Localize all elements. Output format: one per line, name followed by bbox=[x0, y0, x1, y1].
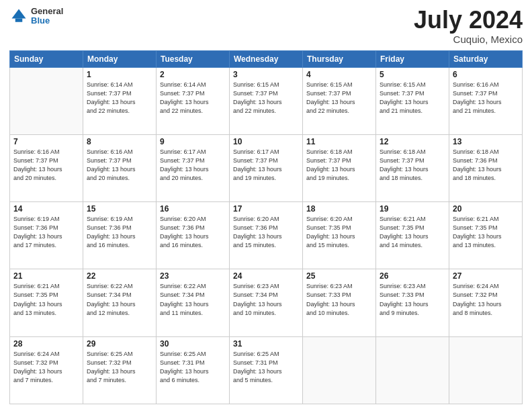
day-info: Sunrise: 6:16 AM Sunset: 7:37 PM Dayligh… bbox=[453, 81, 519, 116]
day-info: Sunrise: 6:18 AM Sunset: 7:37 PM Dayligh… bbox=[306, 148, 372, 183]
day-info: Sunrise: 6:18 AM Sunset: 7:36 PM Dayligh… bbox=[453, 148, 519, 183]
day-number: 6 bbox=[453, 70, 519, 79]
day-number: 1 bbox=[87, 70, 152, 79]
day-info: Sunrise: 6:15 AM Sunset: 7:37 PM Dayligh… bbox=[380, 81, 445, 116]
day-info: Sunrise: 6:22 AM Sunset: 7:34 PM Dayligh… bbox=[87, 282, 152, 317]
calendar-cell: 7Sunrise: 6:16 AM Sunset: 7:37 PM Daylig… bbox=[10, 134, 83, 201]
day-number: 12 bbox=[380, 137, 445, 146]
day-number: 30 bbox=[160, 339, 226, 349]
day-info: Sunrise: 6:14 AM Sunset: 7:37 PM Dayligh… bbox=[87, 81, 152, 116]
calendar-header-monday: Monday bbox=[83, 50, 157, 67]
day-info: Sunrise: 6:25 AM Sunset: 7:31 PM Dayligh… bbox=[160, 350, 226, 385]
day-number: 7 bbox=[13, 137, 79, 146]
calendar-cell: 21Sunrise: 6:21 AM Sunset: 7:35 PM Dayli… bbox=[10, 269, 83, 336]
day-info: Sunrise: 6:20 AM Sunset: 7:35 PM Dayligh… bbox=[306, 215, 372, 250]
day-info: Sunrise: 6:21 AM Sunset: 7:35 PM Dayligh… bbox=[380, 215, 445, 250]
logo-text: General Blue bbox=[31, 7, 63, 26]
calendar-header-tuesday: Tuesday bbox=[157, 50, 230, 67]
day-number: 4 bbox=[306, 70, 372, 79]
title-block: July 2024 Cuquio, Mexico bbox=[414, 7, 523, 45]
day-number: 5 bbox=[380, 70, 445, 79]
calendar-cell: 6Sunrise: 6:16 AM Sunset: 7:37 PM Daylig… bbox=[449, 67, 523, 134]
day-number: 25 bbox=[306, 271, 372, 281]
day-number: 26 bbox=[380, 271, 445, 281]
calendar-cell: 4Sunrise: 6:15 AM Sunset: 7:37 PM Daylig… bbox=[303, 67, 376, 134]
day-number: 29 bbox=[87, 339, 152, 349]
day-info: Sunrise: 6:23 AM Sunset: 7:33 PM Dayligh… bbox=[380, 282, 445, 317]
calendar-cell: 16Sunrise: 6:20 AM Sunset: 7:36 PM Dayli… bbox=[157, 202, 230, 269]
day-info: Sunrise: 6:17 AM Sunset: 7:37 PM Dayligh… bbox=[233, 148, 299, 183]
logo-blue: Blue bbox=[31, 16, 63, 26]
week-row-1: 1Sunrise: 6:14 AM Sunset: 7:37 PM Daylig… bbox=[10, 67, 523, 134]
day-number: 27 bbox=[453, 271, 519, 281]
calendar-header-row: SundayMondayTuesdayWednesdayThursdayFrid… bbox=[10, 50, 523, 67]
title-location: Cuquio, Mexico bbox=[414, 34, 523, 45]
calendar-header-thursday: Thursday bbox=[303, 50, 376, 67]
logo-icon bbox=[9, 7, 28, 26]
day-info: Sunrise: 6:19 AM Sunset: 7:36 PM Dayligh… bbox=[13, 215, 79, 250]
calendar-cell: 27Sunrise: 6:24 AM Sunset: 7:32 PM Dayli… bbox=[449, 269, 523, 336]
day-number: 11 bbox=[306, 137, 372, 146]
calendar-cell: 30Sunrise: 6:25 AM Sunset: 7:31 PM Dayli… bbox=[157, 336, 230, 404]
week-row-2: 7Sunrise: 6:16 AM Sunset: 7:37 PM Daylig… bbox=[10, 134, 523, 201]
day-info: Sunrise: 6:21 AM Sunset: 7:35 PM Dayligh… bbox=[13, 282, 79, 317]
title-month: July 2024 bbox=[414, 7, 523, 34]
day-number: 19 bbox=[380, 204, 445, 214]
day-number: 14 bbox=[13, 204, 79, 214]
calendar-cell: 20Sunrise: 6:21 AM Sunset: 7:35 PM Dayli… bbox=[449, 202, 523, 269]
day-number: 9 bbox=[160, 137, 226, 146]
day-number: 18 bbox=[306, 204, 372, 214]
calendar-cell: 15Sunrise: 6:19 AM Sunset: 7:36 PM Dayli… bbox=[83, 202, 157, 269]
day-info: Sunrise: 6:24 AM Sunset: 7:32 PM Dayligh… bbox=[453, 282, 519, 317]
day-number: 20 bbox=[453, 204, 519, 214]
calendar-cell bbox=[376, 336, 449, 404]
day-number: 8 bbox=[87, 137, 152, 146]
calendar-cell: 14Sunrise: 6:19 AM Sunset: 7:36 PM Dayli… bbox=[10, 202, 83, 269]
day-info: Sunrise: 6:24 AM Sunset: 7:32 PM Dayligh… bbox=[13, 350, 79, 385]
day-info: Sunrise: 6:22 AM Sunset: 7:34 PM Dayligh… bbox=[160, 282, 226, 317]
calendar-cell: 31Sunrise: 6:25 AM Sunset: 7:31 PM Dayli… bbox=[230, 336, 303, 404]
logo-general: General bbox=[31, 7, 63, 16]
day-info: Sunrise: 6:16 AM Sunset: 7:37 PM Dayligh… bbox=[87, 148, 152, 183]
calendar-header-wednesday: Wednesday bbox=[230, 50, 303, 67]
calendar-header-sunday: Sunday bbox=[10, 50, 83, 67]
day-info: Sunrise: 6:23 AM Sunset: 7:33 PM Dayligh… bbox=[306, 282, 372, 317]
calendar-cell: 8Sunrise: 6:16 AM Sunset: 7:37 PM Daylig… bbox=[83, 134, 157, 201]
day-number: 21 bbox=[13, 271, 79, 281]
calendar-cell: 10Sunrise: 6:17 AM Sunset: 7:37 PM Dayli… bbox=[230, 134, 303, 201]
day-info: Sunrise: 6:16 AM Sunset: 7:37 PM Dayligh… bbox=[13, 148, 79, 183]
calendar-cell: 18Sunrise: 6:20 AM Sunset: 7:35 PM Dayli… bbox=[303, 202, 376, 269]
svg-rect-1 bbox=[15, 19, 23, 22]
calendar-cell: 22Sunrise: 6:22 AM Sunset: 7:34 PM Dayli… bbox=[83, 269, 157, 336]
day-info: Sunrise: 6:21 AM Sunset: 7:35 PM Dayligh… bbox=[453, 215, 519, 250]
calendar-header-saturday: Saturday bbox=[449, 50, 523, 67]
page-container: General Blue July 2024 Cuquio, Mexico Su… bbox=[0, 0, 532, 411]
calendar-cell: 13Sunrise: 6:18 AM Sunset: 7:36 PM Dayli… bbox=[449, 134, 523, 201]
calendar-cell: 5Sunrise: 6:15 AM Sunset: 7:37 PM Daylig… bbox=[376, 67, 449, 134]
logo: General Blue bbox=[9, 7, 63, 26]
week-row-5: 28Sunrise: 6:24 AM Sunset: 7:32 PM Dayli… bbox=[10, 336, 523, 404]
day-number: 17 bbox=[233, 204, 299, 214]
day-info: Sunrise: 6:19 AM Sunset: 7:36 PM Dayligh… bbox=[87, 215, 152, 250]
day-number: 10 bbox=[233, 137, 299, 146]
day-info: Sunrise: 6:23 AM Sunset: 7:34 PM Dayligh… bbox=[233, 282, 299, 317]
calendar-cell: 26Sunrise: 6:23 AM Sunset: 7:33 PM Dayli… bbox=[376, 269, 449, 336]
calendar-cell: 3Sunrise: 6:15 AM Sunset: 7:37 PM Daylig… bbox=[230, 67, 303, 134]
calendar-cell: 1Sunrise: 6:14 AM Sunset: 7:37 PM Daylig… bbox=[83, 67, 157, 134]
day-number: 23 bbox=[160, 271, 226, 281]
day-number: 28 bbox=[13, 339, 79, 349]
calendar-cell bbox=[449, 336, 523, 404]
calendar-cell: 9Sunrise: 6:17 AM Sunset: 7:37 PM Daylig… bbox=[157, 134, 230, 201]
day-number: 24 bbox=[233, 271, 299, 281]
day-number: 2 bbox=[160, 70, 226, 79]
calendar-cell bbox=[303, 336, 376, 404]
day-info: Sunrise: 6:17 AM Sunset: 7:37 PM Dayligh… bbox=[160, 148, 226, 183]
day-number: 13 bbox=[453, 137, 519, 146]
header: General Blue July 2024 Cuquio, Mexico bbox=[9, 7, 523, 45]
day-number: 15 bbox=[87, 204, 152, 214]
week-row-3: 14Sunrise: 6:19 AM Sunset: 7:36 PM Dayli… bbox=[10, 202, 523, 269]
week-row-4: 21Sunrise: 6:21 AM Sunset: 7:35 PM Dayli… bbox=[10, 269, 523, 336]
day-info: Sunrise: 6:20 AM Sunset: 7:36 PM Dayligh… bbox=[160, 215, 226, 250]
calendar-cell: 23Sunrise: 6:22 AM Sunset: 7:34 PM Dayli… bbox=[157, 269, 230, 336]
calendar-cell: 24Sunrise: 6:23 AM Sunset: 7:34 PM Dayli… bbox=[230, 269, 303, 336]
